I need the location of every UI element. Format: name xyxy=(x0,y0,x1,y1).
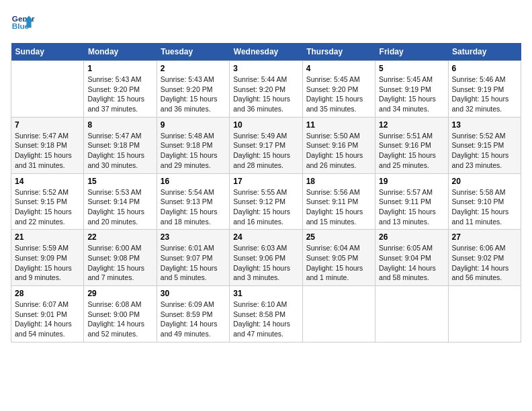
day-info: Sunrise: 5:53 AM Sunset: 9:14 PM Dayligh… xyxy=(87,187,152,227)
page-header: General Blue xyxy=(11,11,521,35)
day-info: Sunrise: 5:57 AM Sunset: 9:11 PM Dayligh… xyxy=(379,187,444,227)
day-info: Sunrise: 6:00 AM Sunset: 9:08 PM Dayligh… xyxy=(87,243,152,283)
day-info: Sunrise: 5:43 AM Sunset: 9:20 PM Dayligh… xyxy=(161,75,226,114)
day-info: Sunrise: 6:07 AM Sunset: 9:01 PM Dayligh… xyxy=(15,300,80,339)
day-number: 7 xyxy=(15,120,80,130)
calendar-cell: 14Sunrise: 5:52 AM Sunset: 9:15 PM Dayli… xyxy=(11,173,84,230)
calendar-cell xyxy=(302,286,375,342)
calendar-cell: 4Sunrise: 5:45 AM Sunset: 9:20 PM Daylig… xyxy=(302,61,375,118)
day-number: 2 xyxy=(161,64,226,73)
day-number: 22 xyxy=(87,232,152,242)
calendar-cell: 18Sunrise: 5:56 AM Sunset: 9:11 PM Dayli… xyxy=(302,173,375,230)
calendar-cell: 11Sunrise: 5:50 AM Sunset: 9:16 PM Dayli… xyxy=(302,117,375,173)
day-number: 4 xyxy=(306,64,371,73)
week-row-3: 14Sunrise: 5:52 AM Sunset: 9:15 PM Dayli… xyxy=(11,173,521,230)
day-number: 27 xyxy=(452,232,517,242)
calendar-cell: 16Sunrise: 5:54 AM Sunset: 9:13 PM Dayli… xyxy=(157,173,229,230)
day-number: 17 xyxy=(233,177,298,186)
day-number: 12 xyxy=(379,120,444,130)
day-number: 31 xyxy=(233,289,298,298)
day-header-tuesday: Tuesday xyxy=(157,43,229,61)
calendar-cell: 3Sunrise: 5:44 AM Sunset: 9:20 PM Daylig… xyxy=(230,61,302,118)
day-info: Sunrise: 6:10 AM Sunset: 8:58 PM Dayligh… xyxy=(233,300,298,339)
day-info: Sunrise: 5:55 AM Sunset: 9:12 PM Dayligh… xyxy=(233,187,298,227)
day-number: 14 xyxy=(15,177,80,186)
day-number: 9 xyxy=(161,120,226,130)
calendar-table: SundayMondayTuesdayWednesdayThursdayFrid… xyxy=(11,43,521,342)
calendar-cell: 9Sunrise: 5:48 AM Sunset: 9:18 PM Daylig… xyxy=(157,117,229,173)
day-info: Sunrise: 5:45 AM Sunset: 9:19 PM Dayligh… xyxy=(379,75,444,114)
day-number: 11 xyxy=(306,120,371,130)
calendar-cell: 15Sunrise: 5:53 AM Sunset: 9:14 PM Dayli… xyxy=(84,173,157,230)
day-number: 28 xyxy=(15,289,80,298)
day-number: 1 xyxy=(87,64,152,73)
day-header-monday: Monday xyxy=(84,43,157,61)
days-header-row: SundayMondayTuesdayWednesdayThursdayFrid… xyxy=(11,43,521,61)
calendar-cell xyxy=(375,286,448,342)
day-info: Sunrise: 5:52 AM Sunset: 9:15 PM Dayligh… xyxy=(452,131,517,171)
day-header-saturday: Saturday xyxy=(448,43,521,61)
calendar-cell: 19Sunrise: 5:57 AM Sunset: 9:11 PM Dayli… xyxy=(375,173,448,230)
day-number: 21 xyxy=(15,232,80,242)
day-info: Sunrise: 6:03 AM Sunset: 9:06 PM Dayligh… xyxy=(233,243,298,283)
calendar-cell: 10Sunrise: 5:49 AM Sunset: 9:17 PM Dayli… xyxy=(230,117,302,173)
day-info: Sunrise: 6:04 AM Sunset: 9:05 PM Dayligh… xyxy=(306,243,371,283)
calendar-cell: 30Sunrise: 6:09 AM Sunset: 8:59 PM Dayli… xyxy=(157,286,229,342)
day-info: Sunrise: 5:52 AM Sunset: 9:15 PM Dayligh… xyxy=(15,187,80,227)
calendar-cell: 17Sunrise: 5:55 AM Sunset: 9:12 PM Dayli… xyxy=(230,173,302,230)
week-row-5: 28Sunrise: 6:07 AM Sunset: 9:01 PM Dayli… xyxy=(11,286,521,342)
day-info: Sunrise: 5:47 AM Sunset: 9:18 PM Dayligh… xyxy=(87,131,152,171)
day-info: Sunrise: 5:56 AM Sunset: 9:11 PM Dayligh… xyxy=(306,187,371,227)
calendar-cell: 13Sunrise: 5:52 AM Sunset: 9:15 PM Dayli… xyxy=(448,117,521,173)
calendar-cell: 29Sunrise: 6:08 AM Sunset: 9:00 PM Dayli… xyxy=(84,286,157,342)
day-info: Sunrise: 5:54 AM Sunset: 9:13 PM Dayligh… xyxy=(161,187,226,227)
day-info: Sunrise: 6:05 AM Sunset: 9:04 PM Dayligh… xyxy=(379,243,444,283)
day-info: Sunrise: 6:01 AM Sunset: 9:07 PM Dayligh… xyxy=(161,243,226,283)
day-number: 10 xyxy=(233,120,298,130)
day-info: Sunrise: 5:48 AM Sunset: 9:18 PM Dayligh… xyxy=(161,131,226,171)
day-number: 29 xyxy=(87,289,152,298)
calendar-cell: 5Sunrise: 5:45 AM Sunset: 9:19 PM Daylig… xyxy=(375,61,448,118)
day-header-friday: Friday xyxy=(375,43,448,61)
day-number: 26 xyxy=(379,232,444,242)
day-info: Sunrise: 5:51 AM Sunset: 9:16 PM Dayligh… xyxy=(379,131,444,171)
day-info: Sunrise: 6:09 AM Sunset: 8:59 PM Dayligh… xyxy=(161,300,226,339)
day-number: 23 xyxy=(161,232,226,242)
day-number: 5 xyxy=(379,64,444,73)
day-number: 13 xyxy=(452,120,517,130)
day-info: Sunrise: 5:50 AM Sunset: 9:16 PM Dayligh… xyxy=(306,131,371,171)
calendar-cell: 21Sunrise: 5:59 AM Sunset: 9:09 PM Dayli… xyxy=(11,230,84,286)
day-number: 6 xyxy=(452,64,517,73)
day-number: 24 xyxy=(233,232,298,242)
day-number: 15 xyxy=(87,177,152,186)
day-number: 25 xyxy=(306,232,371,242)
day-info: Sunrise: 5:58 AM Sunset: 9:10 PM Dayligh… xyxy=(452,187,517,227)
day-info: Sunrise: 6:06 AM Sunset: 9:02 PM Dayligh… xyxy=(452,243,517,283)
calendar-cell: 8Sunrise: 5:47 AM Sunset: 9:18 PM Daylig… xyxy=(84,117,157,173)
day-number: 3 xyxy=(233,64,298,73)
week-row-2: 7Sunrise: 5:47 AM Sunset: 9:18 PM Daylig… xyxy=(11,117,521,173)
day-number: 8 xyxy=(87,120,152,130)
day-info: Sunrise: 5:59 AM Sunset: 9:09 PM Dayligh… xyxy=(15,243,80,283)
day-header-wednesday: Wednesday xyxy=(230,43,302,61)
week-row-1: 1Sunrise: 5:43 AM Sunset: 9:20 PM Daylig… xyxy=(11,61,521,118)
day-header-thursday: Thursday xyxy=(302,43,375,61)
calendar-cell xyxy=(448,286,521,342)
day-number: 30 xyxy=(161,289,226,298)
calendar-cell: 6Sunrise: 5:46 AM Sunset: 9:19 PM Daylig… xyxy=(448,61,521,118)
calendar-cell xyxy=(11,61,84,118)
calendar-cell: 24Sunrise: 6:03 AM Sunset: 9:06 PM Dayli… xyxy=(230,230,302,286)
day-number: 18 xyxy=(306,177,371,186)
calendar-cell: 20Sunrise: 5:58 AM Sunset: 9:10 PM Dayli… xyxy=(448,173,521,230)
day-info: Sunrise: 6:08 AM Sunset: 9:00 PM Dayligh… xyxy=(87,300,152,339)
calendar-cell: 31Sunrise: 6:10 AM Sunset: 8:58 PM Dayli… xyxy=(230,286,302,342)
day-info: Sunrise: 5:46 AM Sunset: 9:19 PM Dayligh… xyxy=(452,75,517,114)
day-number: 19 xyxy=(379,177,444,186)
day-number: 20 xyxy=(452,177,517,186)
calendar-cell: 2Sunrise: 5:43 AM Sunset: 9:20 PM Daylig… xyxy=(157,61,229,118)
calendar-cell: 23Sunrise: 6:01 AM Sunset: 9:07 PM Dayli… xyxy=(157,230,229,286)
day-header-sunday: Sunday xyxy=(11,43,84,61)
week-row-4: 21Sunrise: 5:59 AM Sunset: 9:09 PM Dayli… xyxy=(11,230,521,286)
calendar-cell: 12Sunrise: 5:51 AM Sunset: 9:16 PM Dayli… xyxy=(375,117,448,173)
calendar-cell: 22Sunrise: 6:00 AM Sunset: 9:08 PM Dayli… xyxy=(84,230,157,286)
